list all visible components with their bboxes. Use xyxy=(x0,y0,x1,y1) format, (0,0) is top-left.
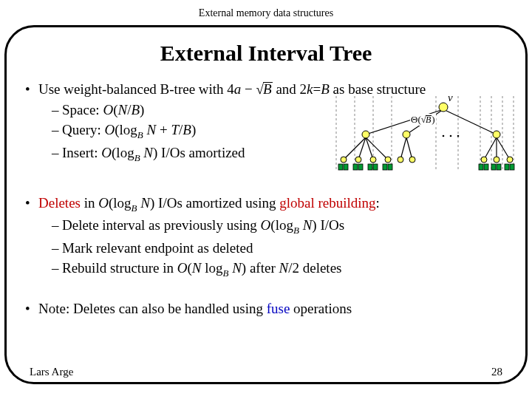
m: B xyxy=(132,202,137,214)
t: Insert: xyxy=(62,145,101,160)
svg-rect-38 xyxy=(338,164,343,170)
m: O xyxy=(101,145,112,160)
bullet-note-fuse: Note: Deletes can also be handled using … xyxy=(25,299,507,318)
footer-page-number: 28 xyxy=(491,366,502,378)
svg-point-34 xyxy=(409,157,415,163)
m: O(logB N) xyxy=(98,195,158,211)
t: Rebuild structure in xyxy=(62,260,177,276)
svg-rect-44 xyxy=(383,164,387,170)
svg-rect-50 xyxy=(505,164,509,170)
tree-theta-label: Θ(√B) xyxy=(410,114,436,126)
t: operations xyxy=(290,301,352,316)
m: (log xyxy=(270,217,293,233)
m: B xyxy=(321,81,330,97)
slide-header: External memory data structures xyxy=(0,7,532,19)
bullet-deletes: Deletes in O(logB N) I/Os amortized usin… xyxy=(25,194,507,280)
t: after xyxy=(250,260,279,276)
m: N xyxy=(303,217,313,233)
t: fuse xyxy=(267,301,290,316)
svg-point-25 xyxy=(439,103,448,112)
m: B xyxy=(137,129,143,140)
m: (log xyxy=(112,145,134,160)
svg-rect-49 xyxy=(497,164,501,170)
m: B xyxy=(426,115,432,124)
b1-tail: as base structure xyxy=(330,81,426,97)
b2-rebuild: Rebuild structure in O(N logB N) after N… xyxy=(52,259,507,279)
m: O xyxy=(103,102,113,117)
svg-point-28 xyxy=(493,131,500,138)
svg-rect-45 xyxy=(388,164,392,170)
svg-point-24 xyxy=(457,135,460,137)
t: Deletes xyxy=(38,195,81,211)
svg-point-36 xyxy=(494,157,499,163)
svg-rect-39 xyxy=(344,164,348,170)
m: O xyxy=(105,122,115,137)
tree-v-label: v xyxy=(448,92,453,104)
svg-point-33 xyxy=(398,157,403,163)
svg-point-29 xyxy=(341,157,347,163)
t: : xyxy=(376,195,380,211)
svg-point-31 xyxy=(370,157,376,163)
tree-diagram: v Θ(√B) xyxy=(332,96,517,177)
m: B xyxy=(183,122,191,137)
t: I/Os xyxy=(320,217,344,233)
svg-point-22 xyxy=(443,135,445,137)
m: O(logB N) xyxy=(261,217,321,233)
t: deletes xyxy=(299,260,342,276)
m: (log xyxy=(115,122,137,137)
svg-point-35 xyxy=(481,157,487,163)
tree-svg xyxy=(332,96,517,177)
t: I/Os amortized xyxy=(161,145,245,160)
m: ) xyxy=(242,260,250,276)
svg-line-19 xyxy=(484,137,497,160)
m: k xyxy=(307,81,313,97)
m: B xyxy=(131,102,140,117)
t: Query: xyxy=(62,122,105,137)
b2-mark: Mark relevant endpoint as deleted xyxy=(52,239,507,258)
svg-line-18 xyxy=(406,137,412,160)
m: 4 xyxy=(227,81,234,97)
svg-rect-43 xyxy=(373,164,378,170)
m: − xyxy=(241,81,256,97)
m: O(N logB N) xyxy=(177,260,250,276)
m: ) xyxy=(191,122,196,137)
m: ) xyxy=(432,114,434,125)
t: Mark relevant endpoint as deleted xyxy=(62,240,253,256)
m: and 2 xyxy=(273,81,307,97)
svg-point-37 xyxy=(507,157,513,163)
m: = xyxy=(313,81,321,97)
svg-point-32 xyxy=(385,157,391,163)
svg-line-12 xyxy=(443,109,497,134)
m: B xyxy=(293,225,299,236)
footer-author: Lars Arge xyxy=(30,366,73,378)
m: N xyxy=(192,260,202,276)
m: (log xyxy=(109,195,132,211)
svg-rect-48 xyxy=(491,164,496,170)
svg-point-26 xyxy=(362,131,369,138)
svg-point-30 xyxy=(355,157,361,163)
t: Note: Deletes can also be handled using xyxy=(38,301,267,316)
m: B xyxy=(263,82,273,95)
b1-math: 4a − √B and 2k=B xyxy=(227,81,329,97)
m: O(logB N + T/B) xyxy=(105,122,197,137)
m: N xyxy=(143,145,153,160)
m: ) xyxy=(150,195,158,211)
m: N xyxy=(140,195,150,211)
m: O(logB N) xyxy=(101,145,161,160)
svg-rect-42 xyxy=(368,164,372,170)
svg-line-17 xyxy=(400,137,406,160)
svg-point-27 xyxy=(403,131,410,138)
m: O xyxy=(261,217,271,233)
svg-line-21 xyxy=(497,137,510,160)
m: + xyxy=(156,122,171,137)
b1-lead: Use weight-balanced B-tree with xyxy=(38,81,227,97)
m: N xyxy=(279,260,288,276)
m: ) xyxy=(312,217,320,233)
t: I/Os amortized using xyxy=(158,195,279,211)
m: Θ xyxy=(411,114,417,125)
m: log xyxy=(201,260,222,276)
m: T xyxy=(171,122,179,137)
svg-rect-41 xyxy=(358,164,363,170)
m: N xyxy=(232,260,242,276)
svg-rect-46 xyxy=(479,164,483,170)
